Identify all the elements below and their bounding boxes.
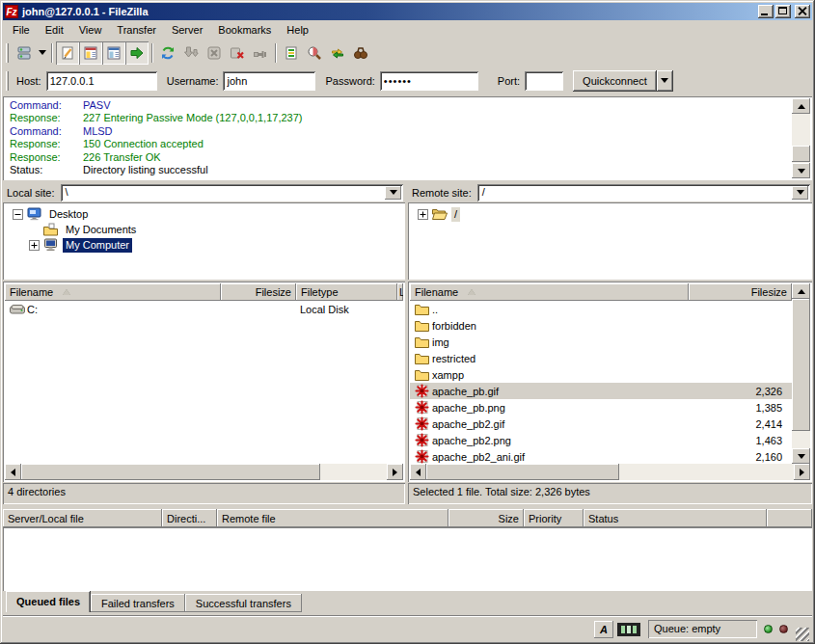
close-button[interactable] bbox=[795, 5, 810, 18]
minimize-button[interactable] bbox=[758, 5, 774, 18]
log-label: Status: bbox=[10, 164, 83, 176]
scroll-track[interactable] bbox=[320, 464, 387, 480]
column-header-filetype[interactable]: Filetype bbox=[296, 283, 397, 301]
cancel-button[interactable] bbox=[203, 41, 226, 65]
reconnect-button[interactable] bbox=[249, 41, 272, 65]
host-input[interactable] bbox=[46, 71, 157, 91]
local-tree: Desktop My Documents My Computer bbox=[3, 202, 405, 280]
scroll-right-button[interactable] bbox=[794, 464, 810, 480]
queue-body[interactable] bbox=[3, 527, 812, 591]
menu-file[interactable]: File bbox=[5, 21, 38, 39]
local-horizontal-scrollbar[interactable] bbox=[5, 464, 403, 480]
log-text: 226 Transfer OK bbox=[83, 151, 161, 164]
tab-successful-transfers[interactable]: Successful transfers bbox=[185, 594, 302, 612]
scroll-down-button[interactable] bbox=[792, 163, 810, 178]
toggle-transfer-queue-button[interactable] bbox=[125, 41, 149, 65]
menu-transfer[interactable]: Transfer bbox=[109, 21, 164, 39]
scroll-down-button[interactable] bbox=[792, 448, 810, 464]
column-header-filesize[interactable]: Filesize bbox=[689, 283, 792, 301]
resize-grip[interactable] bbox=[796, 628, 809, 641]
scroll-right-button[interactable] bbox=[387, 464, 403, 480]
maximize-icon bbox=[778, 7, 787, 14]
directory-comparison-button[interactable] bbox=[303, 41, 326, 65]
file-row[interactable]: apache_pb2.png 1,463 bbox=[410, 432, 792, 448]
menu-view[interactable]: View bbox=[71, 21, 110, 39]
receive-activity-led bbox=[764, 625, 773, 633]
disconnect-button[interactable] bbox=[226, 41, 249, 65]
remote-site-dropdown-button[interactable] bbox=[792, 186, 808, 200]
send-activity-led bbox=[779, 625, 788, 633]
file-row[interactable]: xampp bbox=[410, 366, 792, 383]
file-row[interactable]: img bbox=[410, 334, 792, 350]
column-header-direction[interactable]: Directi... bbox=[162, 509, 217, 527]
scroll-thumb[interactable] bbox=[426, 464, 619, 480]
file-row-selected[interactable]: apache_pb.gif 2,326 bbox=[410, 383, 792, 399]
find-files-button[interactable] bbox=[349, 41, 372, 65]
column-header-priority[interactable]: Priority bbox=[524, 509, 584, 527]
expand-icon[interactable] bbox=[418, 209, 428, 220]
remote-vertical-scrollbar[interactable] bbox=[792, 283, 810, 464]
column-header-size[interactable]: Size bbox=[448, 509, 524, 527]
scroll-thumb[interactable] bbox=[792, 299, 810, 431]
column-header-last-modified[interactable]: L bbox=[397, 283, 403, 301]
menu-edit[interactable]: Edit bbox=[38, 21, 71, 39]
maximize-button[interactable] bbox=[775, 5, 791, 18]
tree-item-root[interactable]: / bbox=[408, 206, 812, 222]
tab-failed-transfers[interactable]: Failed transfers bbox=[91, 594, 185, 612]
file-row-c-drive[interactable]: C: Local Disk bbox=[5, 301, 403, 317]
expand-icon[interactable] bbox=[29, 240, 40, 251]
toolbar-gripper bbox=[6, 43, 9, 63]
toggle-message-log-button[interactable] bbox=[56, 41, 79, 65]
data-type-icon[interactable]: A bbox=[594, 621, 613, 638]
scroll-left-button[interactable] bbox=[410, 464, 426, 480]
column-header-filename[interactable]: Filename bbox=[5, 283, 221, 301]
column-header-filesize[interactable]: Filesize bbox=[221, 283, 296, 301]
tab-queued-files[interactable]: Queued files bbox=[6, 591, 91, 612]
scroll-thumb[interactable] bbox=[792, 146, 810, 162]
column-header-server-local-file[interactable]: Server/Local file bbox=[3, 509, 162, 527]
scroll-up-button[interactable] bbox=[792, 98, 810, 114]
password-input[interactable] bbox=[380, 71, 478, 91]
toggle-remote-tree-button[interactable] bbox=[102, 41, 125, 65]
file-row[interactable]: apache_pb.png 1,385 bbox=[410, 399, 792, 416]
file-row[interactable]: forbidden bbox=[410, 317, 792, 334]
quickconnect-button[interactable]: Quickconnect bbox=[573, 70, 657, 92]
menu-server[interactable]: Server bbox=[164, 21, 210, 39]
site-manager-dropdown-button[interactable] bbox=[36, 41, 48, 65]
file-row[interactable]: .. bbox=[410, 301, 792, 317]
menu-help[interactable]: Help bbox=[279, 21, 316, 39]
remote-site-combobox[interactable]: / bbox=[477, 184, 810, 201]
tree-item-desktop[interactable]: Desktop bbox=[3, 206, 405, 222]
arrow-up-icon bbox=[798, 104, 805, 109]
speed-limit-icon[interactable] bbox=[617, 623, 640, 636]
image-file-icon bbox=[415, 416, 432, 431]
collapse-icon[interactable] bbox=[13, 209, 23, 220]
username-input[interactable] bbox=[223, 71, 315, 91]
file-row[interactable]: apache_pb2.gif 2,414 bbox=[410, 416, 792, 432]
scroll-up-button[interactable] bbox=[792, 283, 810, 299]
remote-horizontal-scrollbar[interactable] bbox=[410, 464, 810, 480]
scroll-thumb[interactable] bbox=[21, 464, 320, 480]
column-header-remote-file[interactable]: Remote file bbox=[217, 509, 448, 527]
log-vertical-scrollbar[interactable] bbox=[792, 98, 810, 178]
quickconnect-dropdown-button[interactable] bbox=[657, 70, 673, 92]
tree-item-my-computer[interactable]: My Computer bbox=[3, 237, 405, 253]
site-manager-button[interactable] bbox=[13, 41, 36, 65]
scroll-left-button[interactable] bbox=[5, 464, 21, 480]
process-queue-button[interactable] bbox=[179, 41, 203, 65]
column-header-status[interactable]: Status bbox=[584, 509, 767, 527]
directory-listing-filters-button[interactable] bbox=[280, 41, 303, 65]
local-site-dropdown-button[interactable] bbox=[385, 186, 401, 200]
menu-bookmarks[interactable]: Bookmarks bbox=[210, 21, 279, 39]
tree-item-my-documents[interactable]: My Documents bbox=[3, 222, 405, 237]
column-header-filename[interactable]: Filename bbox=[410, 283, 689, 301]
refresh-button[interactable] bbox=[156, 41, 179, 65]
port-input[interactable] bbox=[525, 71, 563, 91]
file-row[interactable]: restricted bbox=[410, 350, 792, 366]
toggle-local-tree-button[interactable] bbox=[79, 41, 102, 65]
file-row[interactable]: apache_pb2_ani.gif 2,160 bbox=[410, 448, 792, 464]
synchronized-browsing-button[interactable] bbox=[326, 41, 349, 65]
local-site-label: Local site: bbox=[3, 187, 61, 199]
local-site-combobox[interactable]: \ bbox=[61, 184, 403, 201]
scroll-track[interactable] bbox=[619, 464, 794, 480]
